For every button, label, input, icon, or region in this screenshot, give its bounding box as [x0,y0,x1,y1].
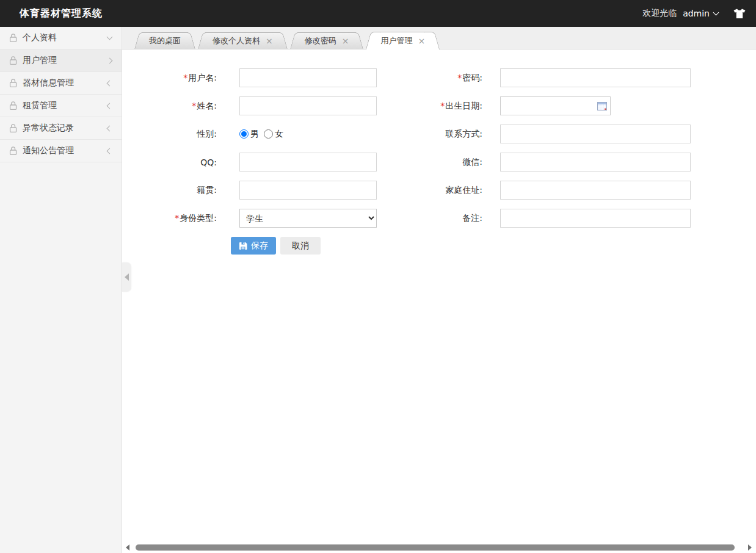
gender-female-radio[interactable] [264,129,273,139]
name-input[interactable] [239,96,377,115]
contact-input[interactable] [500,125,691,143]
form-row: *姓名: *出生日期: [122,96,756,115]
save-icon [239,242,247,250]
close-icon[interactable]: × [266,37,273,45]
tab-label: 修改个人资料 [213,33,260,49]
tab-label: 用户管理 [380,33,412,49]
lock-icon [9,146,18,156]
gender-label: 性别: [122,129,217,140]
gender-male-radio[interactable] [239,129,249,139]
lock-icon [9,33,18,43]
header-right: 欢迎光临 admin [642,8,746,19]
tab-edit-personal-info[interactable]: 修改个人资料 × [205,32,280,49]
contact-label: 联系方式: [377,129,482,140]
sidebar-item-label: 个人资料 [23,32,57,43]
lock-icon [9,78,18,88]
sidebar-collapse-handle[interactable] [122,262,131,292]
tab-user-management[interactable]: 用户管理 × [373,32,432,49]
chevron-down-icon [713,10,719,16]
app-title: 体育器材管理系统 [20,7,103,20]
theme-tshirt-icon[interactable] [733,9,746,19]
chevron-right-icon [107,57,113,63]
native-place-input[interactable] [239,181,377,200]
lock-icon [9,56,18,65]
sidebar-item-abnormal-status[interactable]: 异常状态记录 [0,117,122,140]
tab-my-desktop[interactable]: 我的桌面 [142,32,188,49]
form-row: *身份类型: 学生 备注: [122,209,756,228]
app-header: 体育器材管理系统 欢迎光临 admin [0,0,756,27]
user-dropdown[interactable]: admin [683,9,718,18]
chevron-down-icon [107,34,113,40]
close-icon[interactable]: × [418,37,425,45]
sidebar-item-notice-management[interactable]: 通知公告管理 [0,140,122,162]
chevron-left-icon [107,148,113,154]
remarks-input[interactable] [500,209,691,228]
cancel-button[interactable]: 取消 [280,237,321,255]
save-button-label: 保存 [251,240,268,251]
calendar-icon[interactable] [597,101,607,110]
tab-label: 我的桌面 [149,33,181,49]
user-form: *用户名: *密码: *姓名: *出生日期: [122,49,756,255]
sidebar-item-personal-info[interactable]: 个人资料 [0,27,122,49]
username-label: *用户名: [122,73,217,84]
chevron-left-icon [107,125,113,131]
tab-bar: 我的桌面 修改个人资料 × 修改密码 × 用户管理 × [122,27,756,49]
sidebar-item-label: 租赁管理 [23,100,57,111]
qq-label: QQ: [122,157,217,167]
username-input[interactable] [239,68,377,87]
name-label: *姓名: [122,101,217,112]
qq-input[interactable] [239,153,377,172]
scrollbar-thumb[interactable] [136,544,735,551]
form-row: 性别: 男 女 联系方式: [122,125,756,143]
scroll-right-arrow-icon[interactable] [748,544,752,551]
gender-male-option[interactable]: 男 [239,129,259,140]
wechat-input[interactable] [500,153,691,172]
identity-type-label: *身份类型: [122,213,217,224]
home-address-input[interactable] [500,181,691,200]
tab-label: 修改密码 [305,33,336,49]
username: admin [683,9,710,18]
required-mark: * [183,73,187,82]
sidebar-item-equipment-info[interactable]: 器材信息管理 [0,72,122,95]
welcome-text: 欢迎光临 [642,8,677,19]
form-buttons: 保存 取消 [231,237,756,255]
required-mark: * [440,101,445,110]
horizontal-scrollbar [122,544,756,551]
sidebar-item-user-management[interactable]: 用户管理 [0,49,122,72]
sidebar-item-label: 器材信息管理 [23,78,74,89]
form-row: *用户名: *密码: [122,68,756,87]
form-row: QQ: 微信: [122,153,756,172]
close-icon[interactable]: × [342,37,349,45]
home-address-label: 家庭住址: [377,185,482,196]
sidebar-item-rental-management[interactable]: 租赁管理 [0,95,122,117]
chevron-left-icon [107,103,113,109]
sidebar: 个人资料 用户管理 器材信息管理 租赁管理 异常状态记录 通知公告管理 [0,27,122,553]
gender-radio-group: 男 女 [239,129,377,140]
birthdate-label: *出生日期: [377,101,482,112]
birthdate-field [500,96,611,115]
password-label: *密码: [377,73,482,84]
tab-change-password[interactable]: 修改密码 × [297,32,357,49]
sidebar-item-label: 通知公告管理 [23,145,74,156]
main-area: 我的桌面 修改个人资料 × 修改密码 × 用户管理 × *用户名: *密码: *… [122,27,756,553]
lock-icon [9,101,18,110]
wechat-label: 微信: [377,157,482,168]
sidebar-item-label: 异常状态记录 [23,123,74,134]
chevron-left-icon [107,80,113,86]
required-mark: * [192,101,196,110]
birthdate-input[interactable] [500,96,611,115]
required-mark: * [457,73,462,82]
required-mark: * [175,213,179,223]
identity-type-select[interactable]: 学生 [239,209,377,228]
sidebar-item-label: 用户管理 [23,55,57,66]
password-input[interactable] [500,68,691,87]
remarks-label: 备注: [377,213,482,224]
save-button[interactable]: 保存 [231,237,276,255]
lock-icon [9,123,18,133]
scroll-left-arrow-icon[interactable] [126,544,129,551]
gender-female-option[interactable]: 女 [264,129,283,140]
triangle-left-icon [125,273,129,281]
native-place-label: 籍贯: [122,185,217,196]
form-row: 籍贯: 家庭住址: [122,181,756,200]
